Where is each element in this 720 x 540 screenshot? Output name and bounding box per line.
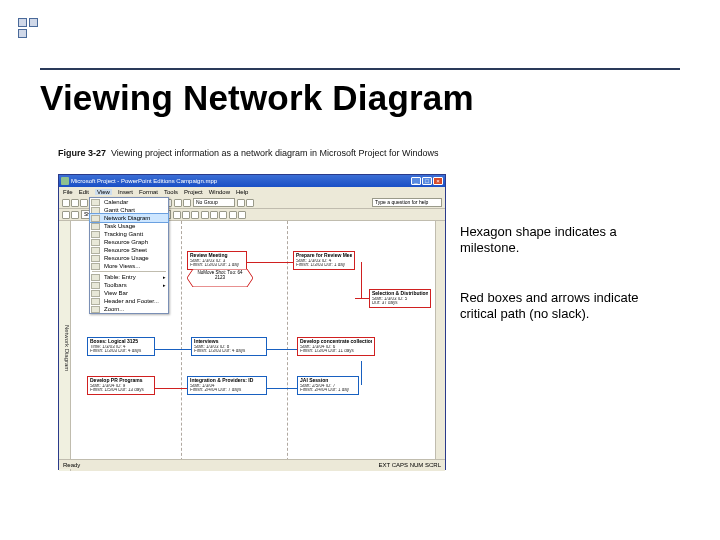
outdent-icon[interactable] bbox=[183, 199, 191, 207]
node-review-meeting[interactable]: Review Meeting Start: 1/3/03 ID: 3 Finis… bbox=[187, 251, 247, 270]
menu-help[interactable]: Help bbox=[236, 189, 248, 195]
menu-item-toolbars[interactable]: Toolbars▸ bbox=[90, 281, 168, 289]
window-title: Microsoft Project - PowerPoint Editions … bbox=[71, 178, 411, 184]
connector bbox=[361, 262, 362, 298]
menu-item-task-usage[interactable]: Task Usage bbox=[90, 222, 168, 230]
status-right: EXT CAPS NUM SCRL bbox=[378, 462, 441, 468]
status-left: Ready bbox=[63, 462, 80, 468]
menu-project[interactable]: Project bbox=[184, 189, 203, 195]
indent2-icon[interactable] bbox=[71, 211, 79, 219]
menu-edit[interactable]: Edit bbox=[79, 189, 89, 195]
menu-item-more-views-[interactable]: More Views... bbox=[90, 262, 168, 270]
filter-icon[interactable] bbox=[229, 211, 237, 219]
new-icon[interactable] bbox=[62, 199, 70, 207]
corner-decoration bbox=[18, 18, 40, 40]
indent-icon[interactable] bbox=[174, 199, 182, 207]
menu-item-tracking-gantt[interactable]: Tracking Gantt bbox=[90, 230, 168, 238]
bold-icon[interactable] bbox=[173, 211, 181, 219]
menu-item-resource-graph[interactable]: Resource Graph bbox=[90, 238, 168, 246]
node-boxes-logical[interactable]: Boxes: Logical 3125 Time: 1/3/03 ID: 4 F… bbox=[87, 337, 155, 356]
menu-tools[interactable]: Tools bbox=[164, 189, 178, 195]
align-right-icon[interactable] bbox=[219, 211, 227, 219]
node-selection-distribution[interactable]: Selection & Distribution Start: 1/3/03 I… bbox=[369, 289, 431, 308]
outdent2-icon[interactable] bbox=[62, 211, 70, 219]
minimize-button[interactable]: _ bbox=[411, 177, 421, 185]
top-rule bbox=[40, 68, 680, 70]
menu-item-zoom-[interactable]: Zoom... bbox=[90, 305, 168, 313]
autofilter-icon[interactable] bbox=[238, 211, 246, 219]
menu-item-calendar[interactable]: Calendar bbox=[90, 198, 168, 206]
underline-icon[interactable] bbox=[191, 211, 199, 219]
connector bbox=[155, 388, 191, 389]
close-button[interactable]: × bbox=[433, 177, 443, 185]
menu-item-view-bar[interactable]: View Bar bbox=[90, 289, 168, 297]
connector bbox=[267, 349, 297, 350]
node-interviews[interactable]: Interviews Start: 1/3/03 ID: 8 Finish: 1… bbox=[191, 337, 267, 356]
node-integration[interactable]: Integration & Providers: ID Start: 1/3/0… bbox=[187, 376, 267, 395]
align-left-icon[interactable] bbox=[201, 211, 209, 219]
open-icon[interactable] bbox=[71, 199, 79, 207]
slide-title: Viewing Network Diagram bbox=[40, 78, 474, 118]
connector bbox=[155, 349, 191, 350]
menu-item-resource-sheet[interactable]: Resource Sheet bbox=[90, 246, 168, 254]
node-develop-cc[interactable]: Develop concentrate collection Start: 1/… bbox=[297, 337, 375, 356]
node-prepare-review[interactable]: Prepare for Review Meeting Start: 1/3/03… bbox=[293, 251, 355, 270]
connector bbox=[355, 298, 369, 299]
align-center-icon[interactable] bbox=[210, 211, 218, 219]
node-develop-pr[interactable]: Develop PR Programs Start: 1/3/04 ID: 9 … bbox=[87, 376, 155, 395]
goto-icon[interactable] bbox=[237, 199, 245, 207]
menu-file[interactable]: File bbox=[63, 189, 73, 195]
menu-view[interactable]: View bbox=[95, 189, 112, 195]
maximize-button[interactable]: □ bbox=[422, 177, 432, 185]
annotation-critical-path: Red boxes and arrows indicate critical p… bbox=[460, 290, 670, 323]
view-bar[interactable]: Network Diagram bbox=[59, 221, 71, 471]
msproject-window: Microsoft Project - PowerPoint Editions … bbox=[58, 174, 446, 470]
connector bbox=[267, 388, 297, 389]
zoom-icon[interactable] bbox=[246, 199, 254, 207]
figure-caption: Figure 3-27 Viewing project information … bbox=[58, 148, 439, 158]
menubar: File Edit View Insert Format Tools Proje… bbox=[59, 187, 445, 197]
connector bbox=[361, 361, 362, 385]
help-search[interactable]: Type a question for help bbox=[372, 198, 442, 207]
italic-icon[interactable] bbox=[182, 211, 190, 219]
node-jai-session[interactable]: JAI Session Start: 2/5/04 ID: 7 Finish: … bbox=[297, 376, 359, 395]
view-menu-dropdown: CalendarGantt ChartNetwork DiagramTask U… bbox=[89, 197, 169, 314]
annotation-hexagon: Hexagon shape indicates a milestone. bbox=[460, 224, 660, 257]
menu-insert[interactable]: Insert bbox=[118, 189, 133, 195]
group-combo[interactable]: No Group bbox=[193, 198, 235, 207]
connector bbox=[247, 262, 293, 263]
scrollbar-vertical[interactable] bbox=[435, 221, 445, 461]
app-icon bbox=[61, 177, 69, 185]
save-icon[interactable] bbox=[80, 199, 88, 207]
menu-item-resource-usage[interactable]: Resource Usage bbox=[90, 254, 168, 262]
titlebar: Microsoft Project - PowerPoint Editions … bbox=[59, 175, 445, 187]
menu-window[interactable]: Window bbox=[209, 189, 230, 195]
menu-item-table-entry[interactable]: Table: Entry▸ bbox=[90, 273, 168, 281]
node-milestone-hex[interactable]: NoMove Shot: Tuo: 64 2123 bbox=[187, 269, 253, 287]
menu-format[interactable]: Format bbox=[139, 189, 158, 195]
statusbar: Ready EXT CAPS NUM SCRL bbox=[59, 459, 445, 469]
menu-item-header-and-footer-[interactable]: Header and Footer... bbox=[90, 297, 168, 305]
